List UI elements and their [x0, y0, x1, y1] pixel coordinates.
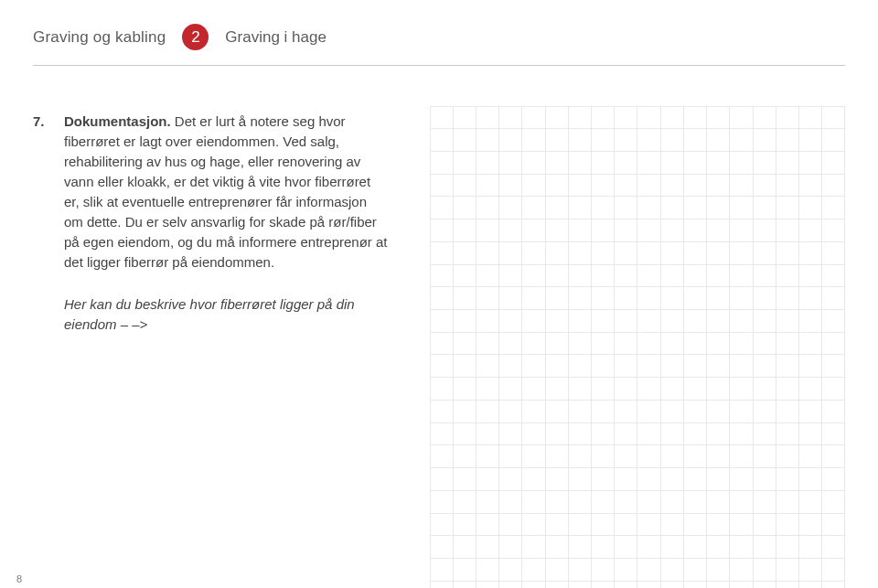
grid-cell[interactable] [821, 422, 845, 446]
grid-cell[interactable] [476, 558, 499, 582]
grid-cell[interactable] [430, 309, 454, 333]
grid-cell[interactable] [521, 422, 545, 446]
grid-cell[interactable] [798, 444, 822, 468]
grid-cell[interactable] [729, 151, 753, 175]
grid-cell[interactable] [545, 106, 569, 130]
grid-cell[interactable] [753, 467, 776, 491]
grid-cell[interactable] [591, 558, 615, 582]
grid-cell[interactable] [821, 151, 845, 175]
grid-cell[interactable] [776, 377, 799, 401]
grid-cell[interactable] [545, 467, 569, 491]
grid-cell[interactable] [453, 151, 476, 175]
grid-cell[interactable] [776, 581, 799, 588]
grid-cell[interactable] [498, 128, 522, 152]
grid-cell[interactable] [753, 558, 776, 582]
grid-cell[interactable] [498, 444, 522, 468]
grid-cell[interactable] [568, 219, 592, 242]
grid-cell[interactable] [706, 332, 730, 356]
grid-cell[interactable] [591, 354, 615, 378]
grid-cell[interactable] [660, 174, 684, 198]
grid-cell[interactable] [591, 377, 615, 401]
grid-cell[interactable] [568, 490, 592, 514]
grid-cell[interactable] [453, 128, 476, 152]
grid-cell[interactable] [430, 467, 454, 491]
grid-cell[interactable] [476, 422, 499, 446]
grid-cell[interactable] [568, 444, 592, 468]
grid-cell[interactable] [591, 264, 615, 288]
grid-cell[interactable] [637, 535, 660, 559]
grid-cell[interactable] [683, 513, 707, 537]
grid-cell[interactable] [591, 467, 615, 491]
grid-cell[interactable] [753, 309, 776, 333]
grid-cell[interactable] [683, 444, 707, 468]
grid-cell[interactable] [614, 400, 637, 423]
grid-cell[interactable] [798, 354, 822, 378]
grid-cell[interactable] [683, 196, 707, 219]
grid-cell[interactable] [798, 174, 822, 198]
grid-cell[interactable] [776, 196, 799, 219]
grid-cell[interactable] [683, 490, 707, 514]
grid-cell[interactable] [430, 286, 454, 310]
grid-cell[interactable] [637, 400, 660, 423]
grid-cell[interactable] [430, 535, 454, 559]
grid-cell[interactable] [498, 106, 522, 130]
grid-cell[interactable] [729, 264, 753, 288]
grid-cell[interactable] [498, 309, 522, 333]
grid-cell[interactable] [430, 151, 454, 175]
grid-cell[interactable] [660, 241, 684, 265]
grid-cell[interactable] [614, 490, 637, 514]
grid-cell[interactable] [660, 264, 684, 288]
grid-cell[interactable] [706, 151, 730, 175]
grid-cell[interactable] [476, 467, 499, 491]
grid-cell[interactable] [591, 513, 615, 537]
grid-cell[interactable] [798, 106, 822, 130]
grid-cell[interactable] [591, 219, 615, 242]
grid-cell[interactable] [776, 354, 799, 378]
grid-cell[interactable] [683, 467, 707, 491]
grid-cell[interactable] [476, 535, 499, 559]
grid-cell[interactable] [729, 241, 753, 265]
grid-cell[interactable] [706, 422, 730, 446]
grid-cell[interactable] [637, 151, 660, 175]
grid-cell[interactable] [683, 151, 707, 175]
grid-cell[interactable] [498, 581, 522, 588]
grid-cell[interactable] [706, 490, 730, 514]
grid-cell[interactable] [521, 354, 545, 378]
grid-cell[interactable] [430, 264, 454, 288]
grid-cell[interactable] [476, 264, 499, 288]
grid-cell[interactable] [545, 264, 569, 288]
grid-cell[interactable] [821, 581, 845, 588]
grid-cell[interactable] [591, 332, 615, 356]
grid-cell[interactable] [453, 513, 476, 537]
grid-cell[interactable] [430, 513, 454, 537]
grid-cell[interactable] [798, 219, 822, 242]
grid-cell[interactable] [591, 196, 615, 219]
grid-cell[interactable] [776, 490, 799, 514]
grid-cell[interactable] [498, 286, 522, 310]
grid-cell[interactable] [729, 400, 753, 423]
grid-cell[interactable] [821, 264, 845, 288]
grid-cell[interactable] [821, 400, 845, 423]
grid-cell[interactable] [430, 422, 454, 446]
grid-cell[interactable] [568, 106, 592, 130]
grid-cell[interactable] [660, 286, 684, 310]
grid-cell[interactable] [753, 106, 776, 130]
grid-cell[interactable] [430, 196, 454, 219]
grid-cell[interactable] [568, 400, 592, 423]
grid-cell[interactable] [430, 332, 454, 356]
grid-cell[interactable] [637, 422, 660, 446]
grid-cell[interactable] [776, 332, 799, 356]
grid-cell[interactable] [706, 128, 730, 152]
grid-cell[interactable] [453, 241, 476, 265]
grid-cell[interactable] [476, 128, 499, 152]
grid-cell[interactable] [776, 422, 799, 446]
grid-cell[interactable] [498, 332, 522, 356]
grid-cell[interactable] [568, 309, 592, 333]
grid-cell[interactable] [637, 332, 660, 356]
grid-cell[interactable] [683, 174, 707, 198]
grid-cell[interactable] [568, 422, 592, 446]
grid-cell[interactable] [545, 309, 569, 333]
grid-cell[interactable] [591, 444, 615, 468]
grid-cell[interactable] [430, 490, 454, 514]
grid-cell[interactable] [521, 332, 545, 356]
